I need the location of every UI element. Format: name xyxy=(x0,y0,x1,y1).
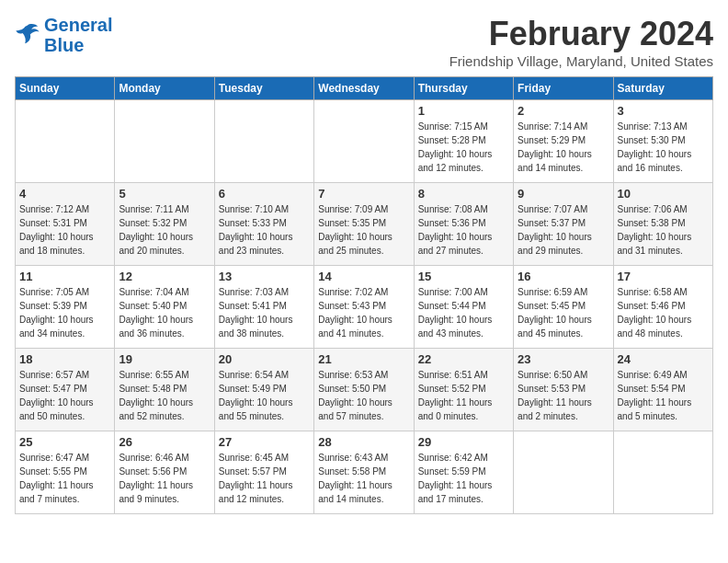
logo: General Blue xyxy=(15,15,112,55)
day-number: 22 xyxy=(418,352,509,366)
day-of-week-header: Tuesday xyxy=(214,77,313,100)
day-of-week-header: Sunday xyxy=(16,77,115,100)
day-info: Sunrise: 6:50 AM Sunset: 5:53 PM Dayligh… xyxy=(518,368,609,423)
logo-text-blue: Blue xyxy=(44,35,112,55)
calendar-cell xyxy=(214,100,313,183)
calendar-week-row: 11Sunrise: 7:05 AM Sunset: 5:39 PM Dayli… xyxy=(16,266,713,349)
day-number: 2 xyxy=(518,104,609,118)
day-info: Sunrise: 6:45 AM Sunset: 5:57 PM Dayligh… xyxy=(219,451,310,506)
day-number: 28 xyxy=(318,435,409,449)
day-info: Sunrise: 7:08 AM Sunset: 5:36 PM Dayligh… xyxy=(418,202,509,258)
day-info: Sunrise: 6:43 AM Sunset: 5:58 PM Dayligh… xyxy=(318,451,409,506)
day-number: 8 xyxy=(418,187,509,201)
calendar-cell: 12Sunrise: 7:04 AM Sunset: 5:40 PM Dayli… xyxy=(115,266,214,349)
day-info: Sunrise: 6:42 AM Sunset: 5:59 PM Dayligh… xyxy=(418,451,509,506)
calendar-cell: 16Sunrise: 6:59 AM Sunset: 5:45 PM Dayli… xyxy=(514,266,613,349)
calendar-cell: 2Sunrise: 7:14 AM Sunset: 5:29 PM Daylig… xyxy=(514,100,613,183)
day-info: Sunrise: 7:02 AM Sunset: 5:43 PM Dayligh… xyxy=(318,285,409,340)
day-number: 24 xyxy=(618,352,709,366)
page-header: General Blue February 2024 Friendship Vi… xyxy=(15,15,713,69)
calendar-cell xyxy=(314,100,414,183)
calendar-week-row: 25Sunrise: 6:47 AM Sunset: 5:55 PM Dayli… xyxy=(16,431,713,514)
day-number: 25 xyxy=(19,435,110,449)
day-number: 5 xyxy=(119,187,210,201)
day-number: 10 xyxy=(618,187,709,201)
day-number: 13 xyxy=(219,270,310,283)
logo-bird-icon xyxy=(15,20,40,46)
day-info: Sunrise: 7:13 AM Sunset: 5:30 PM Dayligh… xyxy=(618,120,709,175)
day-number: 15 xyxy=(418,270,509,283)
calendar-cell: 5Sunrise: 7:11 AM Sunset: 5:32 PM Daylig… xyxy=(115,183,214,266)
calendar-cell: 28Sunrise: 6:43 AM Sunset: 5:58 PM Dayli… xyxy=(314,431,414,514)
day-of-week-header: Wednesday xyxy=(314,77,414,100)
day-info: Sunrise: 6:53 AM Sunset: 5:50 PM Dayligh… xyxy=(318,368,409,423)
day-number: 21 xyxy=(318,352,409,366)
calendar-cell: 4Sunrise: 7:12 AM Sunset: 5:31 PM Daylig… xyxy=(16,183,115,266)
day-info: Sunrise: 7:10 AM Sunset: 5:33 PM Dayligh… xyxy=(219,202,310,258)
calendar-table: SundayMondayTuesdayWednesdayThursdayFrid… xyxy=(15,76,713,514)
day-info: Sunrise: 7:06 AM Sunset: 5:38 PM Dayligh… xyxy=(618,202,709,258)
day-info: Sunrise: 7:03 AM Sunset: 5:41 PM Dayligh… xyxy=(219,285,310,340)
calendar-cell: 11Sunrise: 7:05 AM Sunset: 5:39 PM Dayli… xyxy=(16,266,115,349)
day-info: Sunrise: 6:58 AM Sunset: 5:46 PM Dayligh… xyxy=(618,285,709,340)
day-number: 16 xyxy=(518,270,609,283)
day-number: 1 xyxy=(418,104,509,118)
day-number: 27 xyxy=(219,435,310,449)
calendar-cell: 21Sunrise: 6:53 AM Sunset: 5:50 PM Dayli… xyxy=(314,349,414,431)
day-info: Sunrise: 7:07 AM Sunset: 5:37 PM Dayligh… xyxy=(518,202,609,258)
calendar-cell: 8Sunrise: 7:08 AM Sunset: 5:36 PM Daylig… xyxy=(414,183,513,266)
calendar-cell: 22Sunrise: 6:51 AM Sunset: 5:52 PM Dayli… xyxy=(414,349,513,431)
calendar-cell: 19Sunrise: 6:55 AM Sunset: 5:48 PM Dayli… xyxy=(115,349,214,431)
day-of-week-header: Friday xyxy=(514,77,613,100)
day-info: Sunrise: 7:00 AM Sunset: 5:44 PM Dayligh… xyxy=(418,285,509,340)
day-number: 20 xyxy=(219,352,310,366)
day-number: 19 xyxy=(119,352,210,366)
calendar-cell: 9Sunrise: 7:07 AM Sunset: 5:37 PM Daylig… xyxy=(514,183,613,266)
calendar-week-row: 1Sunrise: 7:15 AM Sunset: 5:28 PM Daylig… xyxy=(16,100,713,183)
calendar-cell: 10Sunrise: 7:06 AM Sunset: 5:38 PM Dayli… xyxy=(613,183,712,266)
day-info: Sunrise: 6:57 AM Sunset: 5:47 PM Dayligh… xyxy=(19,368,110,423)
day-info: Sunrise: 6:54 AM Sunset: 5:49 PM Dayligh… xyxy=(219,368,310,423)
calendar-cell: 26Sunrise: 6:46 AM Sunset: 5:56 PM Dayli… xyxy=(115,431,214,514)
calendar-cell: 24Sunrise: 6:49 AM Sunset: 5:54 PM Dayli… xyxy=(613,349,712,431)
day-of-week-header: Thursday xyxy=(414,77,513,100)
day-of-week-header: Monday xyxy=(115,77,214,100)
calendar-cell: 23Sunrise: 6:50 AM Sunset: 5:53 PM Dayli… xyxy=(514,349,613,431)
calendar-cell: 7Sunrise: 7:09 AM Sunset: 5:35 PM Daylig… xyxy=(314,183,414,266)
day-number: 3 xyxy=(618,104,709,118)
day-number: 26 xyxy=(119,435,210,449)
calendar-week-row: 4Sunrise: 7:12 AM Sunset: 5:31 PM Daylig… xyxy=(16,183,713,266)
calendar-cell: 1Sunrise: 7:15 AM Sunset: 5:28 PM Daylig… xyxy=(414,100,513,183)
day-number: 11 xyxy=(19,270,110,283)
day-info: Sunrise: 7:05 AM Sunset: 5:39 PM Dayligh… xyxy=(19,285,110,340)
day-number: 12 xyxy=(119,270,210,283)
day-info: Sunrise: 6:55 AM Sunset: 5:48 PM Dayligh… xyxy=(119,368,210,423)
day-info: Sunrise: 7:11 AM Sunset: 5:32 PM Dayligh… xyxy=(119,202,210,258)
calendar-cell: 18Sunrise: 6:57 AM Sunset: 5:47 PM Dayli… xyxy=(16,349,115,431)
logo-text-general: General xyxy=(44,15,112,35)
calendar-cell: 29Sunrise: 6:42 AM Sunset: 5:59 PM Dayli… xyxy=(414,431,513,514)
day-number: 6 xyxy=(219,187,310,201)
calendar-cell: 27Sunrise: 6:45 AM Sunset: 5:57 PM Dayli… xyxy=(214,431,313,514)
day-number: 14 xyxy=(318,270,409,283)
calendar-cell: 6Sunrise: 7:10 AM Sunset: 5:33 PM Daylig… xyxy=(214,183,313,266)
day-number: 23 xyxy=(518,352,609,366)
day-number: 18 xyxy=(19,352,110,366)
day-info: Sunrise: 6:47 AM Sunset: 5:55 PM Dayligh… xyxy=(19,451,110,506)
calendar-cell: 13Sunrise: 7:03 AM Sunset: 5:41 PM Dayli… xyxy=(214,266,313,349)
day-number: 29 xyxy=(418,435,509,449)
day-info: Sunrise: 7:09 AM Sunset: 5:35 PM Dayligh… xyxy=(318,202,409,258)
day-info: Sunrise: 6:46 AM Sunset: 5:56 PM Dayligh… xyxy=(119,451,210,506)
title-block: February 2024 Friendship Village, Maryla… xyxy=(449,15,713,69)
day-number: 7 xyxy=(318,187,409,201)
calendar-cell xyxy=(613,431,712,514)
day-info: Sunrise: 7:12 AM Sunset: 5:31 PM Dayligh… xyxy=(19,202,110,258)
calendar-week-row: 18Sunrise: 6:57 AM Sunset: 5:47 PM Dayli… xyxy=(16,349,713,431)
calendar-cell: 20Sunrise: 6:54 AM Sunset: 5:49 PM Dayli… xyxy=(214,349,313,431)
calendar-cell xyxy=(514,431,613,514)
calendar-cell xyxy=(16,100,115,183)
calendar-subtitle: Friendship Village, Maryland, United Sta… xyxy=(449,53,713,69)
calendar-cell: 3Sunrise: 7:13 AM Sunset: 5:30 PM Daylig… xyxy=(613,100,712,183)
calendar-cell: 25Sunrise: 6:47 AM Sunset: 5:55 PM Dayli… xyxy=(16,431,115,514)
day-number: 4 xyxy=(19,187,110,201)
